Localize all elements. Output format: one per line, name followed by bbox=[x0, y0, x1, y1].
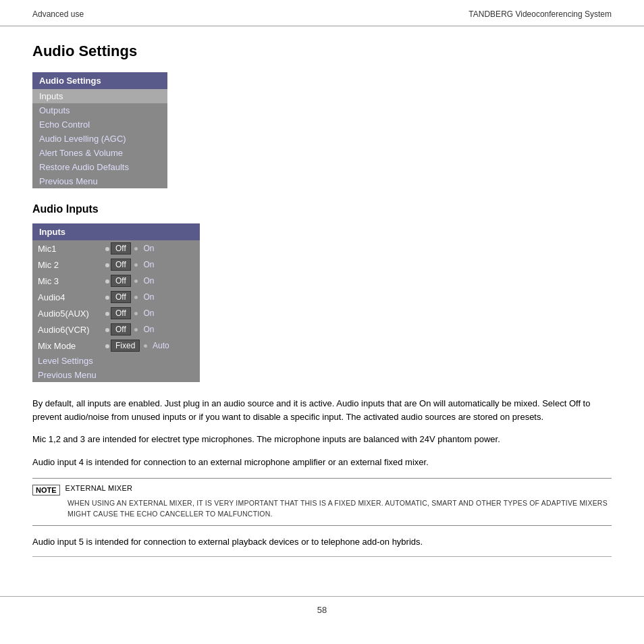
level-settings-item[interactable]: Level Settings bbox=[32, 354, 200, 368]
page-header: Advanced use TANDBERG Videoconferencing … bbox=[0, 0, 644, 26]
table-row: Audio6(VCR) Off On bbox=[32, 321, 200, 338]
off-button-mic2[interactable]: Off bbox=[111, 259, 131, 271]
inputs-menu-title: Inputs bbox=[32, 223, 200, 240]
off-button-audio6[interactable]: Off bbox=[111, 323, 131, 336]
table-row: Mic1 Off On bbox=[32, 240, 200, 257]
page-content: Audio Settings Audio Settings Inputs Out… bbox=[0, 26, 644, 583]
input-controls-audio6: Off On bbox=[100, 321, 200, 338]
auto-button[interactable]: Auto bbox=[150, 340, 172, 351]
input-label-audio6: Audio6(VCR) bbox=[32, 321, 100, 338]
note-label: NOTE bbox=[32, 485, 60, 495]
dot-icon bbox=[105, 279, 109, 284]
table-row: Audio4 Off On bbox=[32, 289, 200, 305]
dot-icon bbox=[105, 296, 109, 300]
input-controls-mic2: Off On bbox=[100, 257, 200, 273]
dot-icon bbox=[134, 247, 138, 250]
input-label-audio5: Audio5(AUX) bbox=[32, 305, 100, 321]
inputs-table: Mic1 Off On Mic 2 Off On Mic 3 bbox=[32, 240, 200, 382]
dot-icon bbox=[105, 328, 109, 332]
off-button-audio4[interactable]: Off bbox=[111, 291, 131, 303]
table-row: Mic 3 Off On bbox=[32, 273, 200, 289]
dot-icon bbox=[105, 312, 109, 316]
on-button-mic3[interactable]: On bbox=[140, 275, 157, 286]
note-title: External mixer bbox=[65, 484, 133, 492]
table-row: Level Settings bbox=[32, 354, 200, 368]
page-footer: 58 bbox=[0, 596, 644, 620]
on-button-audio4[interactable]: On bbox=[140, 292, 157, 302]
audio-settings-menu-title: Audio Settings bbox=[32, 72, 167, 89]
note-header: NOTE External mixer bbox=[32, 484, 612, 495]
body-paragraph-4: Audio input 5 is intended for connection… bbox=[32, 535, 612, 558]
off-button-audio5[interactable]: Off bbox=[111, 307, 131, 319]
note-box: NOTE External mixer When using an extern… bbox=[32, 478, 612, 526]
dot-icon bbox=[134, 296, 138, 299]
header-right: TANDBERG Videoconferencing System bbox=[468, 9, 612, 19]
on-button-audio6[interactable]: On bbox=[140, 324, 157, 335]
note-body: When using an external mixer, it is very… bbox=[68, 498, 612, 520]
body-paragraph-2: Mic 1,2 and 3 are intended for electret … bbox=[32, 433, 612, 446]
dot-icon bbox=[134, 263, 138, 267]
dot-icon bbox=[144, 344, 147, 348]
page-number: 58 bbox=[317, 605, 327, 615]
input-controls-mic3: Off On bbox=[100, 273, 200, 289]
menu-item-previous[interactable]: Previous Menu bbox=[32, 174, 167, 188]
table-row: Mic 2 Off On bbox=[32, 257, 200, 273]
mix-mode-controls: Fixed Auto bbox=[100, 338, 200, 354]
header-left: Advanced use bbox=[32, 9, 84, 19]
page-title: Audio Settings bbox=[32, 43, 612, 60]
body-paragraph-1: By default, all inputs are enabled. Just… bbox=[32, 397, 612, 423]
on-button-mic2[interactable]: On bbox=[140, 259, 157, 270]
previous-menu-item[interactable]: Previous Menu bbox=[32, 368, 200, 382]
dot-icon bbox=[134, 328, 138, 331]
menu-item-agc[interactable]: Audio Levelling (AGC) bbox=[32, 132, 167, 146]
dot-icon bbox=[105, 263, 109, 267]
fixed-button[interactable]: Fixed bbox=[111, 340, 140, 352]
off-button-mic1[interactable]: Off bbox=[111, 242, 131, 254]
table-row: Previous Menu bbox=[32, 368, 200, 382]
input-controls-audio4: Off On bbox=[100, 289, 200, 305]
input-label-mic2: Mic 2 bbox=[32, 257, 100, 273]
on-button-audio5[interactable]: On bbox=[140, 308, 157, 319]
table-row: Audio5(AUX) Off On bbox=[32, 305, 200, 321]
dot-icon bbox=[134, 279, 138, 283]
menu-item-restore-defaults[interactable]: Restore Audio Defaults bbox=[32, 160, 167, 174]
input-label-audio4: Audio4 bbox=[32, 289, 100, 305]
menu-item-outputs[interactable]: Outputs bbox=[32, 103, 167, 117]
input-controls-mic1: Off On bbox=[100, 240, 200, 257]
mix-mode-label: Mix Mode bbox=[32, 338, 100, 354]
dot-icon bbox=[105, 247, 109, 251]
dot-icon bbox=[105, 344, 109, 348]
audio-settings-menu: Audio Settings Inputs Outputs Echo Contr… bbox=[32, 72, 167, 188]
table-row: Mix Mode Fixed Auto bbox=[32, 338, 200, 354]
menu-item-inputs[interactable]: Inputs bbox=[32, 89, 167, 103]
menu-item-echo-control[interactable]: Echo Control bbox=[32, 117, 167, 132]
input-controls-audio5: Off On bbox=[100, 305, 200, 321]
menu-item-alert-tones[interactable]: Alert Tones & Volume bbox=[32, 146, 167, 160]
off-button-mic3[interactable]: Off bbox=[111, 275, 131, 287]
input-label-mic1: Mic1 bbox=[32, 240, 100, 257]
input-label-mic3: Mic 3 bbox=[32, 273, 100, 289]
dot-icon bbox=[134, 312, 138, 315]
inputs-menu: Inputs Mic1 Off On Mic 2 Off On bbox=[32, 223, 200, 382]
on-button-mic1[interactable]: On bbox=[140, 243, 157, 254]
body-paragraph-3: Audio input 4 is intended for connection… bbox=[32, 456, 612, 469]
audio-inputs-title: Audio Inputs bbox=[32, 203, 612, 215]
